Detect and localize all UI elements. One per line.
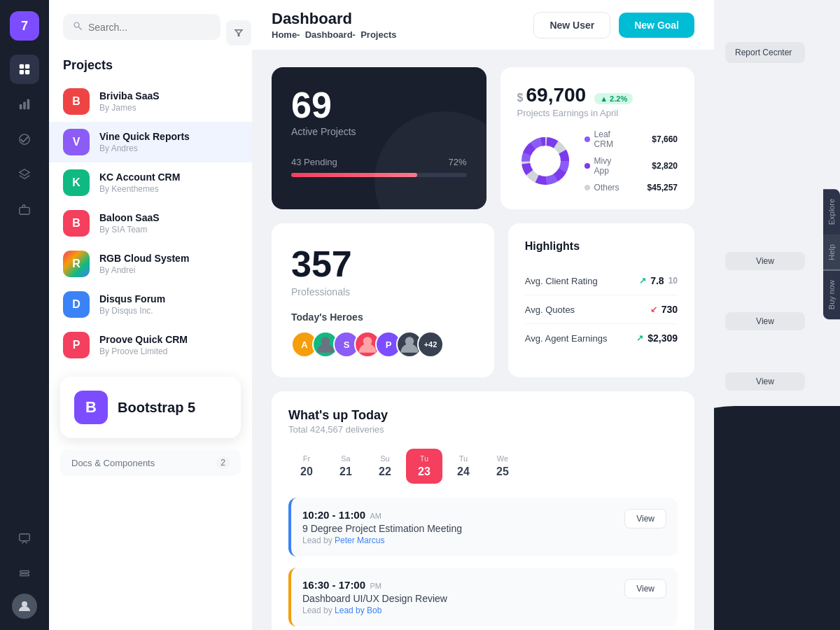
highlight-value: ↗ $2,309	[636, 332, 678, 344]
top-bar-actions: New User New Goal	[533, 12, 694, 38]
right-tab-explore[interactable]: Explore	[823, 189, 840, 234]
right-tab-buynow[interactable]: Buy now	[823, 270, 840, 319]
highlight-row: Avg. Agent Earnings ↗ $2,309	[525, 324, 678, 352]
trend-up-icon: ↗	[639, 276, 646, 286]
top-row: 69 Active Projects 43 Pending 72% $ 69,7…	[272, 67, 694, 209]
sidebar-icon-briefcase[interactable]	[10, 195, 39, 224]
project-by: By Disqus Inc.	[99, 306, 238, 316]
sidebar-icon-check[interactable]	[10, 125, 39, 154]
event-name: 9 Degree Project Estimation Meeting	[302, 523, 616, 534]
project-item[interactable]: P Proove Quick CRM By Proove Limited	[49, 325, 252, 365]
docs-label: Docs & Components	[71, 458, 155, 468]
project-item[interactable]: K KC Account CRM By Keenthemes	[49, 162, 252, 203]
date-item[interactable]: We 25	[484, 449, 521, 484]
svg-rect-0	[20, 64, 24, 69]
sidebar-icon-grid[interactable]	[10, 55, 39, 84]
project-logo: K	[63, 169, 90, 196]
search-input[interactable]	[88, 22, 211, 33]
view-button[interactable]: View	[624, 509, 666, 528]
project-name: RGB Cloud System	[99, 253, 238, 264]
project-info: Disqus Forum By Disqus Inc.	[99, 293, 238, 316]
project-logo: B	[63, 210, 90, 237]
date-item[interactable]: Sa 21	[328, 449, 364, 484]
legend-amount: $45,257	[648, 183, 678, 192]
bootstrap-icon: B	[74, 391, 108, 424]
donut-chart	[517, 133, 573, 189]
legend-label: Others	[594, 183, 620, 192]
event-item: 10:20 - 11:00 AM 9 Degree Project Estima…	[288, 498, 678, 556]
svg-rect-3	[25, 70, 29, 74]
professionals-label: Professionals	[291, 286, 475, 298]
earnings-card: $ 69,700 ▲ 2.2% Projects Earnings in Apr…	[500, 67, 694, 209]
calendar-section: What's up Today Total 424,567 deliveries…	[272, 391, 694, 630]
docs-link[interactable]: Docs & Components 2	[60, 449, 241, 476]
project-item[interactable]: V Vine Quick Reports By Andres	[49, 122, 252, 162]
project-name: Proove Quick CRM	[99, 334, 238, 345]
dollar-sign: $	[517, 92, 524, 104]
svg-rect-6	[27, 99, 30, 109]
legend-label: Leaf CRM	[594, 130, 624, 149]
project-info: Proove Quick CRM By Proove Limited	[99, 334, 238, 356]
dashboard-body: 69 Active Projects 43 Pending 72% $ 69,7…	[252, 50, 714, 630]
trend-down-icon: ↙	[650, 304, 657, 314]
sidebar-icon-settings[interactable]	[10, 559, 39, 588]
new-user-button[interactable]: New User	[533, 12, 610, 38]
new-goal-button[interactable]: New Goal	[619, 13, 694, 38]
project-logo: R	[63, 251, 90, 277]
user-avatar-bottom[interactable]	[12, 594, 37, 619]
svg-rect-2	[20, 70, 24, 74]
project-by: By Andres	[99, 144, 238, 153]
legend-dot	[584, 136, 590, 142]
active-projects-count: 69	[291, 87, 467, 123]
event-name: Dashboard UI/UX Design Review	[302, 593, 616, 604]
sidebar-icon-messages[interactable]	[10, 524, 39, 553]
date-item[interactable]: Tu 24	[445, 449, 482, 484]
sidebar-icon-chart[interactable]	[10, 90, 39, 119]
view-right-button[interactable]: View	[725, 252, 805, 270]
view-right-button[interactable]: View	[725, 372, 805, 391]
mid-row: 357 Professionals Today's Heroes A S P	[272, 223, 694, 377]
event-item: 16:30 - 17:00 PM Dashboard UI/UX Design …	[288, 568, 678, 626]
user-number-badge[interactable]: 7	[10, 11, 39, 41]
project-logo: D	[63, 291, 90, 318]
view-button[interactable]: View	[624, 579, 666, 598]
legend-amount: $2,820	[652, 161, 678, 171]
sidebar-icon-layers[interactable]	[10, 160, 39, 189]
calendar-subtitle: Total 424,567 deliveries	[288, 424, 388, 435]
event-period: PM	[370, 582, 382, 590]
event-lead: Lead by Lead by Bob	[302, 606, 616, 615]
date-item[interactable]: Fr 20	[288, 449, 325, 484]
bootstrap-label: Bootstrap 5	[118, 400, 195, 416]
view-right-button[interactable]: View	[725, 312, 805, 330]
event-details: 16:30 - 17:00 PM Dashboard UI/UX Design …	[302, 579, 616, 615]
project-item[interactable]: B Baloon SaaS By SIA Team	[49, 203, 252, 244]
highlight-label: Avg. Client Rating	[525, 276, 598, 286]
project-item[interactable]: B Briviba SaaS By James	[49, 81, 252, 122]
report-center-button[interactable]: Report Cecnter	[725, 42, 805, 63]
bootstrap-promo-card[interactable]: B Bootstrap 5	[60, 377, 241, 438]
project-name: KC Account CRM	[99, 172, 238, 183]
heroes-avatars: A S P +42	[291, 331, 475, 358]
event-lead-link[interactable]: Peter Marcus	[335, 536, 384, 545]
professionals-card: 357 Professionals Today's Heroes A S P	[272, 223, 494, 377]
project-item[interactable]: R RGB Cloud System By Andrei	[49, 244, 252, 284]
highlight-value: ↗ 7.8 10	[639, 275, 678, 286]
heroes-more: +42	[417, 331, 444, 358]
date-item-active[interactable]: Tu 23	[406, 449, 442, 484]
date-item[interactable]: Su 22	[367, 449, 403, 484]
svg-rect-10	[20, 534, 29, 541]
right-panel: Explore Help Buy now Report Cecnter View…	[714, 0, 840, 630]
filter-button[interactable]	[226, 20, 251, 46]
svg-marker-8	[20, 169, 29, 176]
trend-up-icon: ↗	[636, 333, 643, 343]
svg-rect-4	[20, 104, 22, 109]
right-tab-help[interactable]: Help	[823, 234, 840, 270]
earnings-label: Projects Earnings in April	[517, 108, 678, 118]
project-logo: B	[63, 88, 90, 115]
project-info: Briviba SaaS By James	[99, 90, 238, 113]
project-item[interactable]: D Disqus Forum By Disqus Inc.	[49, 284, 252, 325]
project-name: Baloon SaaS	[99, 212, 238, 223]
highlight-row: Avg. Quotes ↙ 730	[525, 295, 678, 324]
svg-rect-5	[23, 102, 26, 109]
event-lead-link[interactable]: Lead by Bob	[335, 606, 382, 615]
